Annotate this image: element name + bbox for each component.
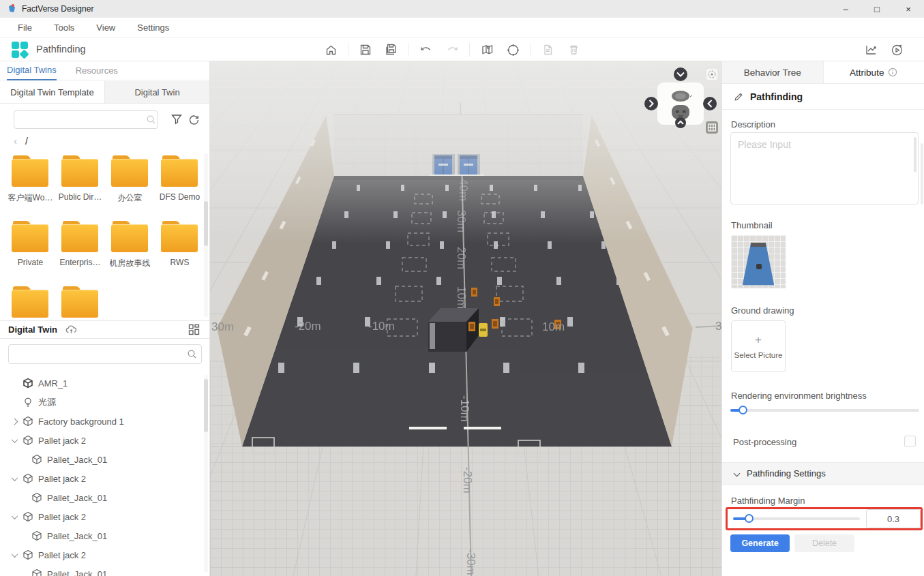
redo-icon (445, 44, 459, 55)
panel-scrollbar[interactable] (921, 143, 923, 204)
tree-item[interactable]: Pallet_Jack_01 (0, 450, 205, 469)
menu-item[interactable]: View (96, 22, 115, 33)
folder-item[interactable]: Enterpris… (55, 218, 105, 284)
delete-button[interactable] (561, 41, 586, 59)
tab-attribute[interactable]: Attribute (824, 61, 924, 83)
tree-item[interactable]: Pallet jack 2 (0, 431, 205, 450)
svg-text:-10m: -10m (368, 320, 395, 333)
tree-item[interactable]: Pallet_Jack_01 (0, 488, 205, 507)
minimize-button[interactable]: – (830, 0, 861, 18)
tree-item[interactable]: Pallet jack 2 (0, 507, 205, 526)
digital-twin-search-input[interactable] (8, 344, 202, 364)
delete-button[interactable]: Delete (794, 534, 854, 552)
focus-button[interactable] (500, 41, 526, 59)
description-scrollbar[interactable] (914, 137, 916, 172)
tree-node-label: Pallet jack 2 (38, 512, 86, 522)
pathfinding-margin-value-input[interactable] (866, 509, 921, 528)
tree-item[interactable]: AMR_1 (0, 374, 205, 393)
folder-icon (111, 155, 149, 187)
pathfinding-margin-label: Pathfinding Margin (731, 496, 805, 506)
yellow-object[interactable] (479, 323, 488, 337)
brightness-slider[interactable] (730, 409, 919, 412)
tree-node-label: Factory background 1 (38, 416, 124, 427)
home-button[interactable] (318, 41, 344, 59)
folder-item[interactable]: Public Dir… (55, 153, 105, 218)
generate-button[interactable]: Generate (730, 534, 790, 552)
folder-label: Private (18, 258, 43, 267)
save-as-button[interactable] (378, 41, 404, 59)
copy-button[interactable] (535, 41, 561, 59)
grid-view-button[interactable] (706, 121, 718, 134)
description-input[interactable] (730, 132, 919, 204)
folder-icon (61, 155, 100, 187)
viewport-3d[interactable]: 30m -20m -10m 10m 3 40m 30m 20m 10m -10m… (210, 61, 721, 576)
subtab-digital-twin-template[interactable]: Digital Twin Template (0, 81, 105, 103)
gizmo-rotate-left-button[interactable] (644, 97, 658, 110)
template-search-input[interactable] (14, 110, 158, 129)
maximize-button[interactable]: □ (861, 0, 893, 18)
orbit-mode-button[interactable] (706, 68, 718, 80)
window-title: FactVerse Designer (22, 4, 93, 14)
menu-item[interactable]: File (18, 22, 32, 33)
tree-expand-icon[interactable] (12, 551, 18, 558)
tree-expand-icon[interactable] (12, 418, 18, 425)
folder-item[interactable]: 客户端Wo… (5, 153, 55, 218)
thumbnail-image[interactable] (731, 235, 786, 288)
cloud-sync-icon[interactable] (65, 324, 77, 337)
tree-item[interactable]: Pallet_Jack_01 (0, 564, 205, 576)
tree-item[interactable]: 光源 (0, 393, 205, 412)
filter-icon[interactable] (170, 113, 183, 128)
tree-expand-icon[interactable] (12, 436, 18, 443)
redo-button[interactable] (439, 41, 465, 59)
close-button[interactable]: × (893, 0, 924, 18)
post-processing-checkbox[interactable] (904, 436, 916, 447)
gizmo-rotate-up-button[interactable] (674, 67, 687, 81)
tree-item[interactable]: Pallet_Jack_01 (0, 526, 205, 545)
map-button[interactable] (474, 41, 500, 59)
scene-tree: AMR_1 光源 Factory background 1 (0, 374, 205, 576)
folder-item[interactable]: Private (5, 218, 55, 284)
select-picture-button[interactable]: + Select Picture (731, 320, 786, 372)
undo-button[interactable] (413, 41, 439, 59)
tab-digital-twins[interactable]: Digital Twins (7, 65, 57, 80)
folder-icon (161, 155, 199, 187)
breadcrumb-back-icon[interactable]: ‹ (14, 135, 17, 147)
tree-item[interactable]: Pallet jack 2 (0, 469, 205, 488)
sidebar-tabs: Digital Twins Resources (0, 61, 209, 80)
svg-text:20m: 20m (455, 247, 468, 269)
folder-item[interactable]: DFS Demo (155, 153, 205, 218)
tree-expand-icon[interactable] (12, 513, 18, 519)
layout-grid-icon[interactable] (188, 324, 200, 338)
scene-canvas[interactable]: 30m -20m -10m 10m 3 40m 30m 20m 10m -10m… (210, 61, 721, 576)
folder-item[interactable] (5, 284, 55, 319)
folder-item[interactable]: 机房故事线 (105, 218, 155, 284)
folder-scrollbar[interactable] (204, 153, 208, 317)
tab-resources[interactable]: Resources (76, 65, 118, 80)
folder-item[interactable]: RWS (155, 218, 205, 284)
folder-item[interactable] (55, 284, 105, 319)
brightness-slider-thumb[interactable] (739, 406, 747, 414)
subtab-digital-twin[interactable]: Digital Twin (105, 81, 209, 103)
edit-pencil-icon[interactable] (734, 91, 744, 102)
pathfinding-margin-slider-thumb[interactable] (745, 514, 754, 523)
tree-expand-icon[interactable] (12, 474, 18, 481)
tree-scrollbar[interactable] (204, 375, 208, 573)
menu-item[interactable]: Tools (54, 22, 74, 33)
refresh-icon[interactable] (188, 114, 200, 128)
folder-icon (161, 221, 199, 252)
digital-twin-section-header: Digital Twin (0, 320, 209, 339)
entry-marking (409, 427, 447, 429)
folder-item[interactable]: 办公室 (105, 153, 155, 218)
tab-behavior-tree[interactable]: Behavior Tree (722, 61, 824, 83)
pathfinding-settings-section[interactable]: Pathfinding Settings (722, 462, 924, 485)
analytics-button[interactable] (858, 41, 884, 59)
map-icon (481, 44, 494, 56)
gizmo-rotate-right-button[interactable] (703, 97, 717, 110)
menu-item[interactable]: Settings (137, 22, 169, 33)
pathfinding-margin-slider[interactable] (733, 517, 860, 520)
tree-item[interactable]: Factory background 1 (0, 412, 205, 431)
tree-item[interactable]: Pallet jack 2 (0, 545, 205, 564)
save-button[interactable] (353, 41, 378, 59)
simulate-button[interactable] (884, 41, 910, 59)
gizmo-rotate-down-button[interactable] (675, 117, 686, 128)
